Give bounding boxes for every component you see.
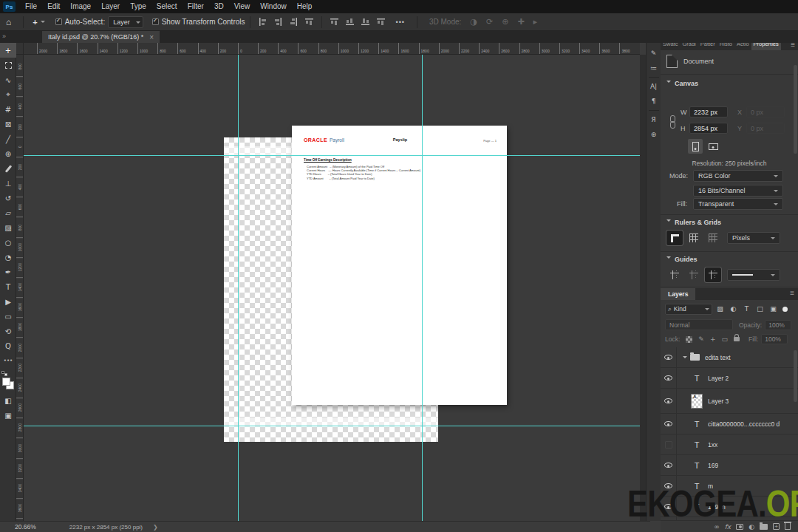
layer-thumbnail[interactable]: A xyxy=(691,394,703,409)
menu-item[interactable]: Help xyxy=(292,0,318,13)
lasso-tool[interactable]: ∿ xyxy=(0,72,16,87)
dodge-tool[interactable]: ◔ xyxy=(0,250,16,265)
filter-kind-dropdown[interactable]: ⌕Kind xyxy=(665,304,712,315)
width-field[interactable]: 2232 px xyxy=(689,106,728,117)
eye-cell[interactable] xyxy=(661,414,677,434)
layer-name[interactable]: 1xx xyxy=(708,441,717,449)
menu-item[interactable]: Window xyxy=(255,0,292,13)
rotate-view-tool[interactable]: ⟲ xyxy=(0,324,16,338)
menu-item[interactable]: File xyxy=(20,0,42,13)
filter-type-icon[interactable]: T xyxy=(741,304,752,314)
portrait-orientation-button[interactable] xyxy=(688,139,703,154)
pen-tool[interactable]: ✒ xyxy=(0,265,16,279)
move-tool-preset-icon[interactable]: + xyxy=(28,18,38,27)
eye-cell[interactable] xyxy=(661,347,677,367)
clone-stamp-tool[interactable]: ⊥ xyxy=(0,176,16,191)
quick-selection-tool[interactable]: ⌖ xyxy=(0,87,16,102)
properties-scrollbar-thumb[interactable] xyxy=(794,65,797,154)
distribute-bottom-icon[interactable] xyxy=(361,18,369,26)
fill-dropdown[interactable]: Transparent xyxy=(693,198,783,210)
toggle-pixel-grid-button[interactable] xyxy=(705,231,721,245)
blur-tool[interactable]: ○ xyxy=(0,235,16,250)
type-tool[interactable]: T xyxy=(0,279,16,294)
eraser-tool[interactable]: ▱ xyxy=(0,205,16,220)
group-expand-icon[interactable] xyxy=(683,356,687,361)
menu-item[interactable]: 3D xyxy=(209,0,229,13)
show-transform-checkbox[interactable] xyxy=(152,18,159,25)
lock-pixels-icon[interactable]: ✎ xyxy=(698,335,704,343)
quick-mask-button[interactable]: ◧ xyxy=(0,393,16,408)
align-top-icon[interactable] xyxy=(305,18,313,26)
eye-cell[interactable] xyxy=(661,434,677,454)
close-tab-icon[interactable]: × xyxy=(149,33,154,41)
path-selection-tool[interactable]: ▶ xyxy=(0,294,16,309)
eye-cell[interactable] xyxy=(661,389,677,413)
menu-item[interactable]: View xyxy=(229,0,256,13)
filter-pixel-icon[interactable]: ▨ xyxy=(715,304,726,314)
layer-row[interactable]: A Layer 3 xyxy=(661,389,798,414)
toggle-rulers-button[interactable] xyxy=(666,231,683,245)
bit-depth-dropdown[interactable]: 16 Bits/Channel xyxy=(693,185,783,197)
auto-select-target-dropdown[interactable]: Layer xyxy=(108,16,143,28)
toggle-grid-button[interactable] xyxy=(686,231,702,245)
layers-scrollbar-thumb[interactable] xyxy=(794,350,797,402)
frame-tool[interactable]: ⊠ xyxy=(0,117,16,132)
distribute-top-icon[interactable] xyxy=(330,18,338,26)
filter-adjustment-icon[interactable]: ◐ xyxy=(728,304,739,314)
align-left-icon[interactable] xyxy=(259,18,267,26)
foreground-color-swatch[interactable] xyxy=(2,378,10,386)
character-panel-icon[interactable]: A| xyxy=(647,79,661,94)
tab-layers[interactable]: Layers xyxy=(661,288,695,300)
visibility-eye-icon[interactable] xyxy=(664,355,672,360)
color-swatches[interactable] xyxy=(0,371,16,393)
swap-colors-icon[interactable] xyxy=(4,373,7,376)
lock-artboard-icon[interactable]: ▭ xyxy=(721,335,728,343)
distribute-h-icon[interactable] xyxy=(377,18,385,26)
move-tool[interactable]: + xyxy=(0,43,16,58)
edit-toolbar-icon[interactable]: ••• xyxy=(0,353,16,368)
layer-name[interactable]: citta0000000...ccccccc0 d xyxy=(708,420,780,428)
screen-mode-button[interactable]: ▣ xyxy=(0,408,16,423)
libraries-panel-icon[interactable]: ⊛ xyxy=(647,127,661,142)
brushes-panel-icon[interactable]: ≔ xyxy=(647,61,661,75)
blend-mode-dropdown[interactable]: Normal xyxy=(665,319,733,330)
toggle-guides-button[interactable] xyxy=(666,267,683,282)
gradient-tool[interactable]: ▨ xyxy=(0,220,16,235)
healing-brush-tool[interactable]: ⊕ xyxy=(0,146,16,161)
rulers-grids-section-header[interactable]: Rulers & Grids xyxy=(666,219,721,226)
zoom-tool[interactable]: Q xyxy=(0,338,16,353)
lock-transparency-icon[interactable] xyxy=(686,336,692,343)
marquee-tool[interactable] xyxy=(0,58,16,72)
layer-name[interactable]: Layer 3 xyxy=(708,398,729,405)
menu-item[interactable]: Edit xyxy=(42,0,65,13)
menu-item[interactable]: Filter xyxy=(183,0,209,13)
glyphs-panel-icon[interactable]: Я xyxy=(647,112,661,127)
history-brush-tool[interactable]: ↺ xyxy=(0,191,16,205)
visibility-eye-icon[interactable] xyxy=(664,463,672,468)
canvas-scrollbar[interactable] xyxy=(640,55,646,521)
shape-tool[interactable]: ▭ xyxy=(0,309,16,324)
zoom-percentage[interactable]: 20.66% xyxy=(15,523,36,531)
lock-position-icon[interactable]: + xyxy=(710,335,716,343)
toggle-smart-guides-button[interactable] xyxy=(686,267,702,282)
layers-menu-icon[interactable]: ≡ xyxy=(790,288,798,300)
document-tab[interactable]: Italy id.psd @ 20.7% (RGB/16) * × xyxy=(42,31,160,43)
link-dimensions-icon[interactable] xyxy=(670,115,676,132)
lock-all-icon[interactable] xyxy=(734,337,740,341)
align-more-icon[interactable]: ••• xyxy=(396,18,405,26)
menu-item[interactable]: Layer xyxy=(96,0,125,13)
filter-toggle-icon[interactable] xyxy=(782,307,788,312)
brush-settings-panel-icon[interactable]: ✎ xyxy=(647,46,661,61)
tab-overflow-icon[interactable]: » xyxy=(2,33,6,40)
layer-row-group[interactable]: edita text xyxy=(661,347,798,368)
distribute-center-v-icon[interactable] xyxy=(346,18,354,26)
photoshop-logo-icon[interactable]: Ps xyxy=(3,1,16,12)
height-field[interactable]: 2854 px xyxy=(689,123,728,134)
visibility-eye-icon[interactable] xyxy=(664,421,672,426)
visibility-hidden-icon[interactable] xyxy=(665,441,672,449)
mode-dropdown[interactable]: RGB Color xyxy=(693,170,783,182)
guides-section-header[interactable]: Guides xyxy=(666,256,698,263)
menu-item[interactable]: Image xyxy=(65,0,96,13)
layer-row[interactable]: T 169 xyxy=(661,455,798,476)
status-options-icon[interactable]: ❯ xyxy=(153,524,158,531)
